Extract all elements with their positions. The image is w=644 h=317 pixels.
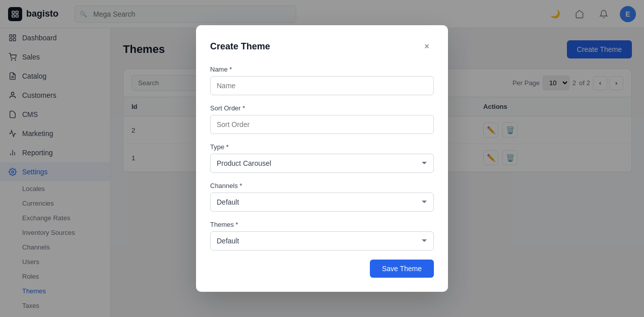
type-field-group: Type * Product Carousel Static Content I… bbox=[210, 143, 434, 173]
channels-label: Channels * bbox=[210, 182, 434, 189]
type-select[interactable]: Product Carousel Static Content Image Ca… bbox=[210, 154, 434, 173]
modal-header: Create Theme × bbox=[210, 39, 434, 53]
themes-field-group: Themes * Default bbox=[210, 221, 434, 250]
name-input[interactable] bbox=[210, 76, 434, 95]
sort-order-label: Sort Order * bbox=[210, 104, 434, 112]
themes-select[interactable]: Default bbox=[210, 231, 434, 250]
channels-select[interactable]: Default bbox=[210, 193, 434, 212]
name-field-group: Name * bbox=[210, 66, 434, 95]
channels-field-group: Channels * Default bbox=[210, 182, 434, 212]
save-theme-button[interactable]: Save Theme bbox=[370, 260, 434, 278]
themes-label: Themes * bbox=[210, 221, 434, 228]
modal-close-button[interactable]: × bbox=[420, 39, 434, 53]
modal-title: Create Theme bbox=[210, 41, 270, 52]
create-theme-modal: Create Theme × Name * Sort Order * Type … bbox=[196, 25, 448, 292]
name-label: Name * bbox=[210, 66, 434, 73]
modal-footer: Save Theme bbox=[210, 260, 434, 278]
sort-order-input[interactable] bbox=[210, 115, 434, 134]
sort-order-field-group: Sort Order * bbox=[210, 104, 434, 134]
modal-overlay[interactable]: Create Theme × Name * Sort Order * Type … bbox=[0, 0, 644, 317]
type-label: Type * bbox=[210, 143, 434, 151]
